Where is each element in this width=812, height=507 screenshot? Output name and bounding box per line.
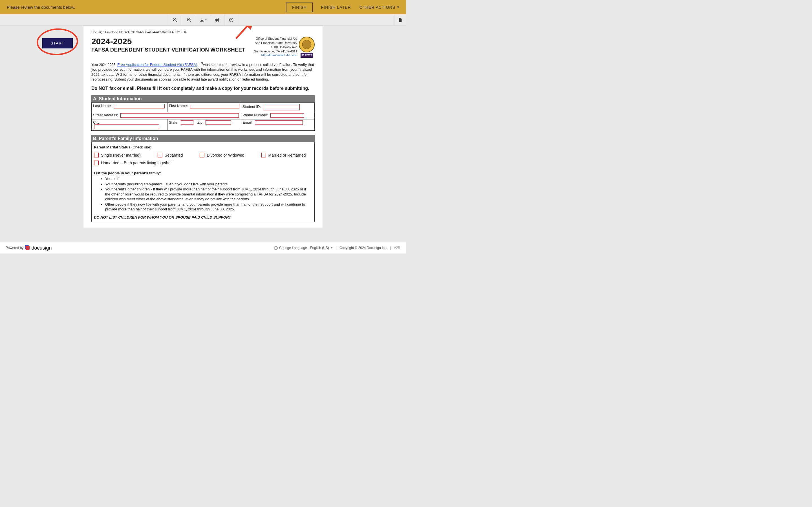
document-icon xyxy=(398,17,403,22)
student-id-input[interactable] xyxy=(263,104,300,110)
document-panel-toggle[interactable] xyxy=(394,14,406,25)
top-actions: FINISH FINISH LATER OTHER ACTIONS xyxy=(286,3,399,12)
other-actions-button[interactable]: OTHER ACTIONS xyxy=(359,5,399,10)
change-language-button[interactable]: Change Language - English (US) ▼ xyxy=(274,246,333,250)
family-list-item: Yourself xyxy=(105,176,312,181)
office-address-block: Office of Student Financial Aid San Fran… xyxy=(254,37,315,58)
no-list-children: DO NOT LIST CHILDREN FOR WHOM YOU OR SPO… xyxy=(94,215,312,219)
parent-marital-hint: (Check one): xyxy=(130,145,152,149)
student-id-label: Student ID: xyxy=(243,105,261,109)
copyright-text: Copyright © 2024 Docusign Inc. xyxy=(340,246,388,250)
phone-label: Phone Number: xyxy=(243,113,268,117)
parent-section: Parent Marital Status (Check one): Singl… xyxy=(91,142,315,222)
finish-button[interactable]: FINISH xyxy=(286,3,313,12)
section-a-header: A. Student Information xyxy=(91,95,315,103)
start-button[interactable]: START xyxy=(42,38,73,48)
finish-later-button[interactable]: FINISH LATER xyxy=(321,5,351,10)
university-seal-icon xyxy=(299,37,315,52)
email-input[interactable] xyxy=(255,120,303,125)
doc-year: 2024-2025 xyxy=(91,37,245,46)
checkbox-unmarried-both[interactable] xyxy=(94,161,99,165)
other-actions-label: OTHER ACTIONS xyxy=(359,5,395,10)
email-label: Email: xyxy=(243,120,253,124)
option-divorced: Divorced or Widowed xyxy=(207,153,244,158)
family-list-title: List the people in your parent's family: xyxy=(94,171,312,175)
checkbox-single[interactable] xyxy=(94,153,99,158)
city-input[interactable] xyxy=(94,124,159,129)
document-toolbar: ▼ xyxy=(0,14,406,25)
no-fax-warning: Do NOT fax or email. Please fill it out … xyxy=(91,86,315,91)
city-label: City: xyxy=(93,120,100,124)
section-b-header: B. Parent's Family Information xyxy=(91,135,315,142)
review-message: Please review the documents below. xyxy=(7,5,75,10)
docusign-mark-icon xyxy=(26,246,30,250)
option-separated: Separated xyxy=(165,153,183,158)
top-action-bar: Please review the documents below. FINIS… xyxy=(0,0,406,14)
office-line: San Francisco State University xyxy=(254,41,297,45)
checkbox-divorced[interactable] xyxy=(200,153,204,158)
document-page: Docusign Envelope ID: B2A32D73-A658-4124… xyxy=(83,25,323,228)
envelope-id: Docusign Envelope ID: B2A32D73-A658-4124… xyxy=(91,31,315,34)
zoom-in-icon xyxy=(172,17,177,22)
globe-icon xyxy=(274,246,278,250)
zip-input[interactable] xyxy=(206,120,231,125)
state-label: State: xyxy=(169,120,179,124)
help-icon xyxy=(229,17,234,22)
document-canvas: START Docusign Envelope ID: B2A32D73-A65… xyxy=(0,25,406,242)
svg-line-5 xyxy=(190,20,191,22)
fafsa-link[interactable]: Free Application for Federal Student Aid… xyxy=(117,62,197,67)
powered-by-label: Powered by xyxy=(6,246,23,250)
zoom-out-button[interactable] xyxy=(182,14,196,25)
family-list: Yourself Your parents (Including step-pa… xyxy=(105,176,312,212)
office-line: Office of Student Financial Aid xyxy=(254,37,297,41)
footer-bar: Powered by docusign Change Language - En… xyxy=(0,242,406,253)
change-language-label: Change Language - English (US) xyxy=(279,246,329,250)
parent-marital-label: Parent Marital Status xyxy=(94,145,130,149)
state-input[interactable] xyxy=(181,120,193,125)
chevron-down-icon: ▼ xyxy=(331,246,333,249)
external-link-icon xyxy=(199,63,202,66)
svg-point-13 xyxy=(302,40,311,49)
family-list-item: Your parents (Including step-parent), ev… xyxy=(105,182,312,187)
office-line: San Francisco, CA 94132-4011 xyxy=(254,49,297,54)
download-button[interactable]: ▼ xyxy=(196,14,210,25)
chevron-down-icon xyxy=(397,6,399,8)
print-icon xyxy=(215,17,220,22)
docusign-brand-text: docusign xyxy=(31,245,52,251)
zoom-in-button[interactable] xyxy=(168,14,182,25)
intro-paragraph: Your 2024-2025 Free Application for Fede… xyxy=(91,62,315,82)
download-icon xyxy=(199,17,204,22)
option-single: Single (Never married) xyxy=(101,153,141,158)
svg-point-11 xyxy=(231,21,232,21)
family-list-item: Other people if they now live with your … xyxy=(105,202,312,212)
option-unmarried-both: Unmarried – Both parents living together xyxy=(101,161,172,165)
help-button[interactable] xyxy=(224,14,238,25)
street-input[interactable] xyxy=(120,113,239,118)
chevron-down-icon: ▼ xyxy=(205,18,207,21)
print-button[interactable] xyxy=(210,14,224,25)
version-tag: V2R xyxy=(394,246,400,250)
option-married: Married or Remarried xyxy=(268,153,306,158)
office-line: 1600 Holloway Ave xyxy=(254,45,297,49)
sf-state-badge: SF STATE xyxy=(301,53,313,58)
intro-lead: Your 2024-2025 xyxy=(91,63,115,67)
student-info-table: Last Name: First Name: Student ID: Stree… xyxy=(91,103,315,131)
docusign-logo: docusign xyxy=(24,245,52,251)
office-url-link[interactable]: http://financialaid.sfsu.edu xyxy=(261,54,297,57)
first-name-input[interactable] xyxy=(190,104,239,108)
zoom-out-icon xyxy=(187,17,192,22)
last-name-label: Last Name: xyxy=(93,104,112,108)
checkbox-married[interactable] xyxy=(261,153,266,158)
street-label: Street Address: xyxy=(93,113,118,117)
first-name-label: First Name: xyxy=(169,104,188,108)
doc-title: FAFSA DEPENDENT STUDENT VERIFICATION WOR… xyxy=(91,47,245,53)
phone-input[interactable] xyxy=(270,113,304,118)
family-list-item: Your parent's other children - If they w… xyxy=(105,187,312,202)
last-name-input[interactable] xyxy=(114,104,165,108)
svg-line-1 xyxy=(175,20,177,22)
zip-label: Zip: xyxy=(197,120,204,124)
checkbox-separated[interactable] xyxy=(158,153,162,158)
